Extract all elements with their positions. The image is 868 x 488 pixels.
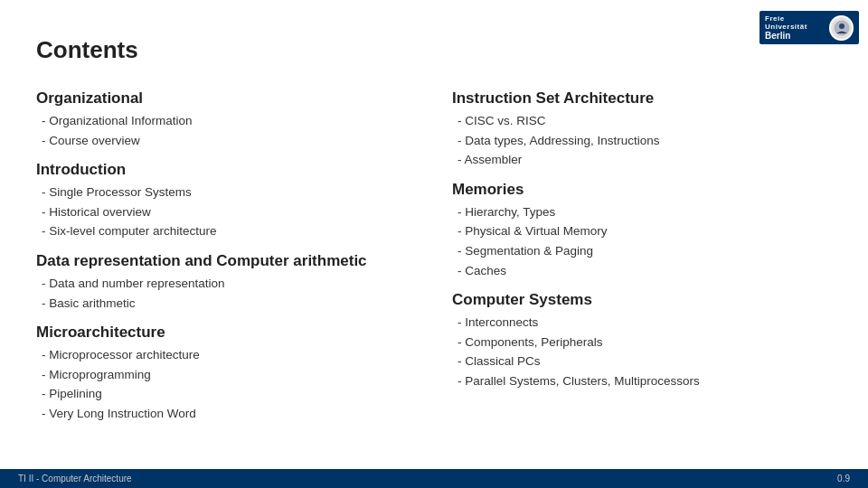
logo-text-block: Freie Universität Berlin bbox=[765, 14, 826, 41]
logo-box: Freie Universität Berlin bbox=[760, 11, 859, 44]
list-item: - Parallel Systems, Clusters, Multiproce… bbox=[452, 371, 832, 391]
list-item: - Historical overview bbox=[36, 202, 416, 222]
section-memories: Memories bbox=[452, 181, 832, 199]
list-item: - Basic arithmetic bbox=[36, 294, 416, 314]
section-isa: Instruction Set Architecture bbox=[452, 89, 832, 108]
section-data-rep: Data representation and Computer arithme… bbox=[36, 252, 416, 270]
list-item: - Assembler bbox=[452, 150, 832, 170]
right-column: Instruction Set Architecture - CISC vs. … bbox=[452, 89, 832, 424]
slide-title: Contents bbox=[36, 36, 832, 64]
list-item: - Microprocessor architecture bbox=[36, 345, 416, 365]
list-item: - Physical & Virtual Memory bbox=[452, 221, 832, 241]
list-item: - Data and number representation bbox=[36, 274, 416, 294]
list-item: - Classical PCs bbox=[452, 352, 832, 371]
section-microarch: Microarchitecture bbox=[36, 324, 416, 342]
logo-text2: Berlin bbox=[765, 31, 826, 41]
list-item: - Organizational Information bbox=[36, 111, 416, 131]
logo-area: Freie Universität Berlin bbox=[760, 7, 859, 48]
list-item: - Interconnects bbox=[452, 313, 832, 333]
list-item: - Course overview bbox=[36, 131, 416, 151]
list-item: - Microprogramming bbox=[36, 365, 416, 385]
list-item: - Pipelining bbox=[36, 384, 416, 404]
footer-right-text: 0.9 bbox=[837, 474, 850, 483]
list-item: - CISC vs. RISC bbox=[452, 111, 832, 131]
content-columns: Organizational - Organizational Informat… bbox=[36, 89, 832, 424]
list-item: - Single Processor Systems bbox=[36, 183, 416, 202]
list-item: - Hierarchy, Types bbox=[452, 202, 832, 222]
logo-text1: Freie Universität bbox=[765, 14, 826, 31]
slide: Freie Universität Berlin Contents Organi… bbox=[0, 0, 868, 488]
list-item: - Six-level computer architecture bbox=[36, 221, 416, 241]
list-item: - Caches bbox=[452, 261, 832, 281]
section-introduction: Introduction bbox=[36, 161, 416, 179]
section-computer-systems: Computer Systems bbox=[452, 291, 832, 309]
section-organizational: Organizational bbox=[36, 89, 416, 108]
list-item: - Very Long Instruction Word bbox=[36, 404, 416, 424]
footer-bar: TI II - Computer Architecture 0.9 bbox=[0, 469, 868, 488]
footer-left-text: TI II - Computer Architecture bbox=[18, 474, 132, 483]
list-item: - Segmentation & Paging bbox=[452, 241, 832, 261]
left-column: Organizational - Organizational Informat… bbox=[36, 89, 416, 424]
list-item: - Components, Peripherals bbox=[452, 333, 832, 352]
logo-circle bbox=[829, 15, 854, 41]
svg-point-1 bbox=[839, 23, 844, 29]
list-item: - Data types, Addressing, Instructions bbox=[452, 131, 832, 151]
